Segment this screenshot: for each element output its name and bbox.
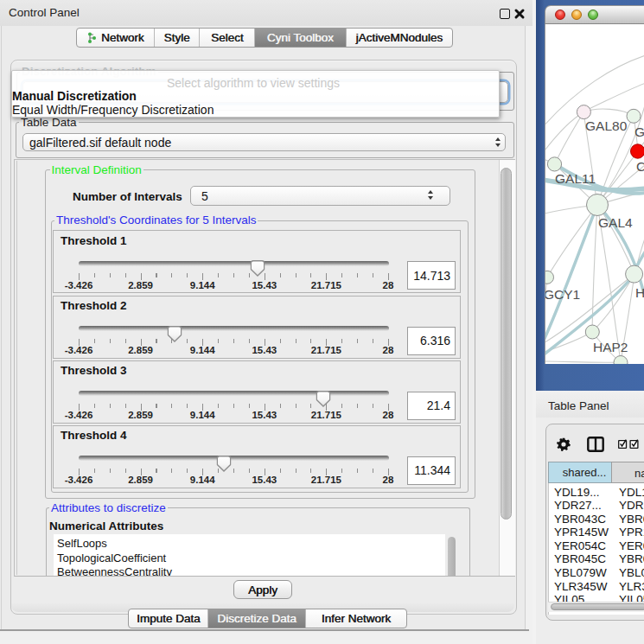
- svg-text:GAL11: GAL11: [555, 171, 596, 186]
- svg-text:GAL4: GAL4: [598, 215, 633, 230]
- svg-text:CA: CA: [636, 159, 644, 174]
- svg-text:HAP2: HAP2: [593, 340, 628, 354]
- svg-text:GAL80: GAL80: [585, 118, 628, 133]
- svg-text:GCY1: GCY1: [545, 287, 580, 302]
- svg-text:H: H: [635, 285, 644, 300]
- svg-text:GA: GA: [634, 124, 644, 139]
